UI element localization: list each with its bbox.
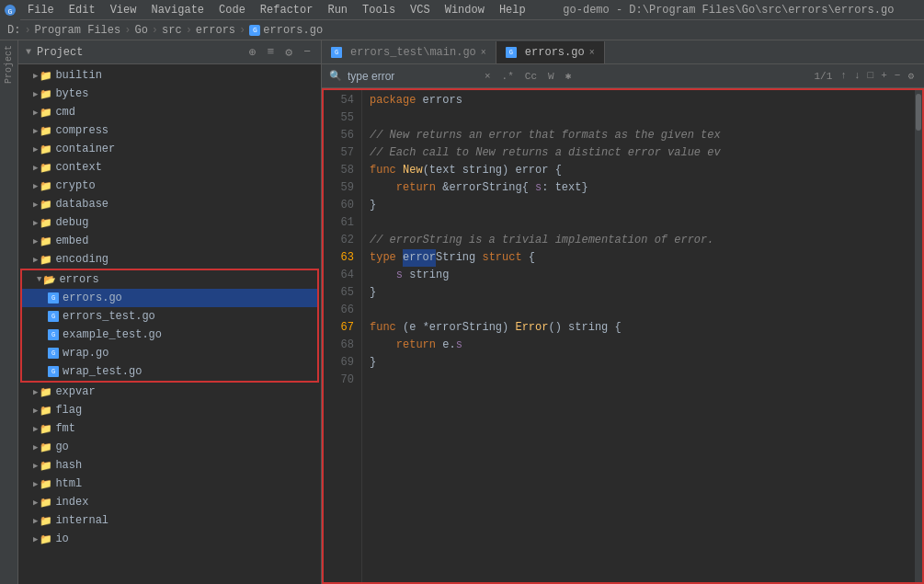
project-chevron-icon: ▼ <box>26 47 31 57</box>
breadcrumb-d[interactable]: D: <box>7 24 20 37</box>
chevron-right-icon: ▶ <box>33 479 38 489</box>
scrollbar-thumb[interactable] <box>916 94 921 131</box>
go-file-icon: G <box>48 292 59 303</box>
search-down-icon[interactable]: ↓ <box>851 69 863 83</box>
chevron-right-icon: ▶ <box>33 126 38 136</box>
breadcrumb-src[interactable]: src <box>162 24 182 37</box>
tree-folder-expvar[interactable]: ▶ 📁 expvar <box>18 383 321 401</box>
tree-file-example-test-go[interactable]: G example_test.go <box>22 326 317 344</box>
tab-close-icon[interactable]: × <box>481 48 486 58</box>
folder-icon: 📁 <box>40 423 52 435</box>
tab-errors-go[interactable]: G errors.go × <box>496 41 605 63</box>
breadcrumb-programfiles[interactable]: Program Files <box>35 24 121 37</box>
search-expand-icon[interactable]: □ <box>865 69 877 83</box>
tree-folder-flag[interactable]: ▶ 📁 flag <box>18 401 321 419</box>
folder-icon: 📁 <box>40 199 52 211</box>
search-word-icon[interactable]: W <box>545 70 557 83</box>
chevron-right-icon: ▶ <box>33 424 38 434</box>
search-regex-icon[interactable]: .* <box>499 70 517 83</box>
tree-folder-database[interactable]: ▶ 📁 database <box>18 195 321 213</box>
chevron-right-icon: ▶ <box>33 71 38 81</box>
project-collapse-icon[interactable]: ≡ <box>265 44 278 60</box>
tree-folder-crypto[interactable]: ▶ 📁 crypto <box>18 177 321 195</box>
breadcrumb-go[interactable]: Go <box>134 24 147 37</box>
sidebar: Project <box>0 40 18 584</box>
project-locate-icon[interactable]: ⊕ <box>246 44 259 61</box>
code-editor[interactable]: 54 55 56 57 58 59 60 61 62 63 64 65 66 6… <box>322 88 924 584</box>
tree-folder-bytes[interactable]: ▶ 📁 bytes <box>18 85 321 103</box>
app-icon: G <box>0 0 20 20</box>
breadcrumb-file[interactable]: G errors.go <box>249 24 323 37</box>
menu-code[interactable]: Code <box>211 0 253 20</box>
menu-help[interactable]: Help <box>492 0 533 20</box>
menu-tools[interactable]: Tools <box>355 0 403 20</box>
folder-icon: 📁 <box>40 88 52 100</box>
code-line-65: } <box>370 284 915 302</box>
search-input[interactable] <box>348 70 476 83</box>
tree-folder-cmd[interactable]: ▶ 📁 cmd <box>18 103 321 121</box>
tab-close-icon[interactable]: × <box>589 48 595 58</box>
tree-folder-builtin[interactable]: ▶ 📁 builtin <box>18 66 321 85</box>
search-minus-icon[interactable]: − <box>892 69 904 83</box>
menu-view[interactable]: View <box>103 0 144 20</box>
menu-run[interactable]: Run <box>320 0 355 20</box>
tree-folder-container[interactable]: ▶ 📁 container <box>18 140 321 158</box>
menu-window[interactable]: Window <box>438 0 492 20</box>
folder-icon: 📁 <box>40 460 52 472</box>
tree-folder-context[interactable]: ▶ 📁 context <box>18 158 321 177</box>
menu-refactor[interactable]: Refactor <box>253 0 321 20</box>
tree-folder-hash[interactable]: ▶ 📁 hash <box>18 456 321 475</box>
menu-vcs[interactable]: VCS <box>403 0 438 20</box>
tree-file-errors-test-go[interactable]: G errors_test.go <box>22 307 317 326</box>
tree-folder-index[interactable]: ▶ 📁 index <box>18 493 321 511</box>
vertical-scrollbar[interactable] <box>915 90 922 582</box>
tree-folder-fmt[interactable]: ▶ 📁 fmt <box>18 419 321 438</box>
menu-navigate[interactable]: Navigate <box>143 0 211 20</box>
search-clear-icon[interactable]: × <box>482 70 494 83</box>
project-close-icon[interactable]: − <box>301 44 314 60</box>
code-line-61 <box>370 214 915 232</box>
svg-text:G: G <box>8 7 13 16</box>
tree-folder-embed[interactable]: ▶ 📁 embed <box>18 232 321 250</box>
folder-icon: 📁 <box>40 478 52 490</box>
search-settings-icon[interactable]: ⚙ <box>905 69 917 83</box>
errors-folder-box: ▼ 📂 errors G errors.go G errors_test.go … <box>20 269 319 383</box>
search-icon: 🔍 <box>329 70 342 82</box>
code-line-55 <box>370 109 915 127</box>
tree-folder-internal[interactable]: ▶ 📁 internal <box>18 511 321 530</box>
tree-folder-encoding[interactable]: ▶ 📁 encoding <box>18 250 321 269</box>
tree-folder-debug[interactable]: ▶ 📁 debug <box>18 213 321 232</box>
tree-folder-errors[interactable]: ▼ 📂 errors <box>22 270 317 289</box>
code-line-64: s string <box>370 267 915 284</box>
project-settings-icon[interactable]: ⚙ <box>282 44 295 61</box>
search-plus-icon[interactable]: + <box>878 69 890 83</box>
folder-icon: 📁 <box>40 162 52 174</box>
code-line-60: } <box>370 197 915 214</box>
code-line-62: // errorString is a trivial implementati… <box>370 232 915 249</box>
menu-file[interactable]: File <box>20 0 62 20</box>
tab-errors-test-main[interactable]: G errors_test\main.go × <box>322 41 496 63</box>
tree-folder-html[interactable]: ▶ 📁 html <box>18 475 321 493</box>
tree-file-wrap-test-go[interactable]: G wrap_test.go <box>22 362 317 381</box>
code-content: 54 55 56 57 58 59 60 61 62 63 64 65 66 6… <box>324 90 922 582</box>
menu-edit[interactable]: Edit <box>62 0 103 20</box>
tree-folder-go[interactable]: ▶ 📁 go <box>18 438 321 456</box>
search-count: 1/1 <box>815 71 833 82</box>
tree-folder-compress[interactable]: ▶ 📁 compress <box>18 121 321 140</box>
search-up-icon[interactable]: ↑ <box>838 69 850 83</box>
folder-icon: 📁 <box>40 441 52 453</box>
folder-icon: 📁 <box>40 386 52 398</box>
folder-icon: 📁 <box>40 497 52 509</box>
tree-file-wrap-go[interactable]: G wrap.go <box>22 344 317 362</box>
tree-folder-io[interactable]: ▶ 📁 io <box>18 530 321 548</box>
sidebar-project-tab[interactable]: Project <box>4 45 14 84</box>
folder-icon: 📁 <box>40 217 52 229</box>
go-file-icon: G <box>249 25 260 36</box>
tree-file-errors-go[interactable]: G errors.go <box>22 289 317 307</box>
code-line-58: func New(text string) error { <box>370 162 915 179</box>
search-star-icon[interactable]: ✱ <box>563 69 575 83</box>
project-panel: ▼ Project ⊕ ≡ ⚙ − ▶ 📁 builtin ▶ 📁 bytes … <box>18 40 322 584</box>
go-file-icon: G <box>48 348 59 359</box>
breadcrumb-errors[interactable]: errors <box>196 24 235 37</box>
search-case-icon[interactable]: Cc <box>522 70 540 83</box>
